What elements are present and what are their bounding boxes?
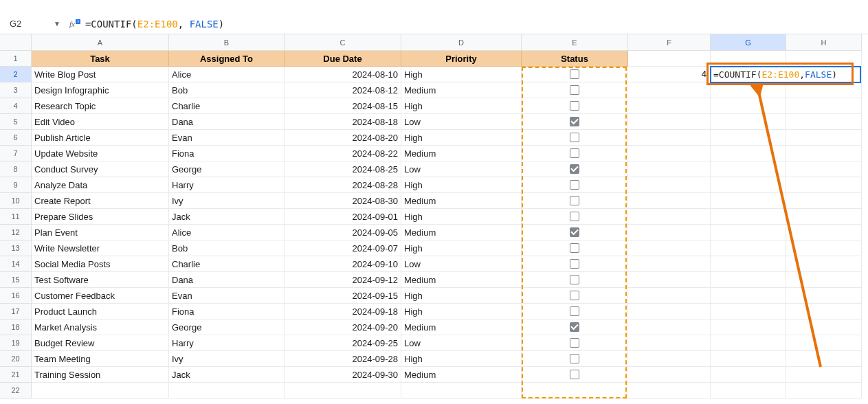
status-checkbox[interactable] <box>570 85 579 95</box>
status-checkbox[interactable] <box>570 148 579 158</box>
cell-H1[interactable] <box>786 51 862 67</box>
cell-priority[interactable]: High <box>401 288 522 304</box>
cell-G20[interactable] <box>711 351 786 367</box>
cell-H3[interactable] <box>786 82 862 98</box>
column-header-D[interactable]: D <box>401 34 522 51</box>
cell-F22[interactable] <box>628 383 711 399</box>
cell-F6[interactable] <box>628 130 711 146</box>
cell-due[interactable]: 2024-08-25 <box>285 161 401 177</box>
cell-F14[interactable] <box>628 256 711 272</box>
cell-F11[interactable] <box>628 209 711 225</box>
cell-status[interactable] <box>522 256 628 272</box>
row-header-9[interactable]: 9 <box>0 177 32 193</box>
status-checkbox[interactable] <box>570 306 579 316</box>
status-checkbox[interactable] <box>570 275 579 284</box>
status-checkbox[interactable] <box>570 291 579 300</box>
status-checkbox[interactable] <box>570 370 579 379</box>
cell-task[interactable]: Social Media Posts <box>32 256 169 272</box>
cell-task[interactable]: Research Topic <box>32 98 169 114</box>
cell-H19[interactable] <box>786 335 862 351</box>
cell-F19[interactable] <box>628 335 711 351</box>
cell-assigned[interactable]: Dana <box>169 272 285 288</box>
cell-task[interactable]: Product Launch <box>32 304 169 319</box>
active-cell-editor[interactable]: =COUNTIF(E2:E100, FALSE) <box>710 66 861 83</box>
cell-H18[interactable] <box>786 319 862 335</box>
column-header-B[interactable]: B <box>169 34 285 51</box>
cell-G1[interactable] <box>711 51 786 67</box>
cell-due[interactable]: 2024-09-20 <box>285 319 401 335</box>
row-header-11[interactable]: 11 <box>0 209 32 225</box>
cell-assigned[interactable]: Alice <box>169 67 285 82</box>
row-header-13[interactable]: 13 <box>0 240 32 256</box>
cell-G21[interactable] <box>711 367 786 383</box>
column-header-H[interactable]: H <box>786 34 862 51</box>
cell-F18[interactable] <box>628 319 711 335</box>
cell-A22[interactable] <box>32 383 169 399</box>
fx-icon[interactable]: fx? <box>69 18 81 30</box>
cell-task[interactable]: Plan Event <box>32 225 169 240</box>
cell-due[interactable]: 2024-08-28 <box>285 177 401 193</box>
cell-H12[interactable] <box>786 225 862 240</box>
cell-priority[interactable]: Low <box>401 114 522 130</box>
column-header-G[interactable]: G <box>711 34 786 51</box>
cell-F9[interactable] <box>628 177 711 193</box>
cell-status[interactable] <box>522 240 628 256</box>
row-header-6[interactable]: 6 <box>0 130 32 146</box>
cell-due[interactable]: 2024-09-18 <box>285 304 401 319</box>
cell-F4[interactable] <box>628 98 711 114</box>
row-header-17[interactable]: 17 <box>0 304 32 319</box>
row-header-21[interactable]: 21 <box>0 367 32 383</box>
cell-G16[interactable] <box>711 288 786 304</box>
cell-priority[interactable]: High <box>401 67 522 82</box>
cell-task[interactable]: Edit Video <box>32 114 169 130</box>
header-priority[interactable]: Priority <box>401 51 522 67</box>
status-checkbox[interactable] <box>570 338 579 348</box>
cell-G7[interactable] <box>711 146 786 161</box>
cell-due[interactable]: 2024-08-12 <box>285 82 401 98</box>
column-header-F[interactable]: F <box>628 34 711 51</box>
cell-priority[interactable]: Medium <box>401 272 522 288</box>
row-header-16[interactable]: 16 <box>0 288 32 304</box>
cell-assigned[interactable]: Bob <box>169 82 285 98</box>
cell-task[interactable]: Create Report <box>32 193 169 209</box>
status-checkbox[interactable] <box>570 354 579 363</box>
cell-C22[interactable] <box>285 383 401 399</box>
cell-due[interactable]: 2024-09-28 <box>285 351 401 367</box>
cell-due[interactable]: 2024-08-22 <box>285 146 401 161</box>
column-header-A[interactable]: A <box>32 34 169 51</box>
cell-priority[interactable]: Medium <box>401 146 522 161</box>
cell-due[interactable]: 2024-09-10 <box>285 256 401 272</box>
cell-task[interactable]: Test Software <box>32 272 169 288</box>
cell-due[interactable]: 2024-08-20 <box>285 130 401 146</box>
cell-F13[interactable] <box>628 240 711 256</box>
cell-G19[interactable] <box>711 335 786 351</box>
status-checkbox[interactable] <box>570 164 579 174</box>
cell-due[interactable]: 2024-09-15 <box>285 288 401 304</box>
status-checkbox[interactable] <box>570 180 579 190</box>
cell-status[interactable] <box>522 335 628 351</box>
cell-H11[interactable] <box>786 209 862 225</box>
cell-assigned[interactable]: Harry <box>169 335 285 351</box>
cell-F5[interactable] <box>628 114 711 130</box>
row-header-10[interactable]: 10 <box>0 193 32 209</box>
cell-status[interactable] <box>522 67 628 82</box>
cell-priority[interactable]: Medium <box>401 319 522 335</box>
cell-assigned[interactable]: Ivy <box>169 193 285 209</box>
header-assigned[interactable]: Assigned To <box>169 51 285 67</box>
row-header-1[interactable]: 1 <box>0 51 32 67</box>
cell-task[interactable]: Conduct Survey <box>32 161 169 177</box>
cell-due[interactable]: 2024-08-30 <box>285 193 401 209</box>
cell-H6[interactable] <box>786 130 862 146</box>
cell-task[interactable]: Market Analysis <box>32 319 169 335</box>
status-checkbox[interactable] <box>570 227 579 237</box>
status-checkbox[interactable] <box>570 212 579 221</box>
cell-priority[interactable]: High <box>401 177 522 193</box>
cell-H13[interactable] <box>786 240 862 256</box>
cell-task[interactable]: Design Infographic <box>32 82 169 98</box>
cell-F7[interactable] <box>628 146 711 161</box>
cell-due[interactable]: 2024-09-01 <box>285 209 401 225</box>
cell-E22[interactable] <box>522 383 628 399</box>
cell-G14[interactable] <box>711 256 786 272</box>
cell-priority[interactable]: Medium <box>401 225 522 240</box>
cell-G8[interactable] <box>711 161 786 177</box>
